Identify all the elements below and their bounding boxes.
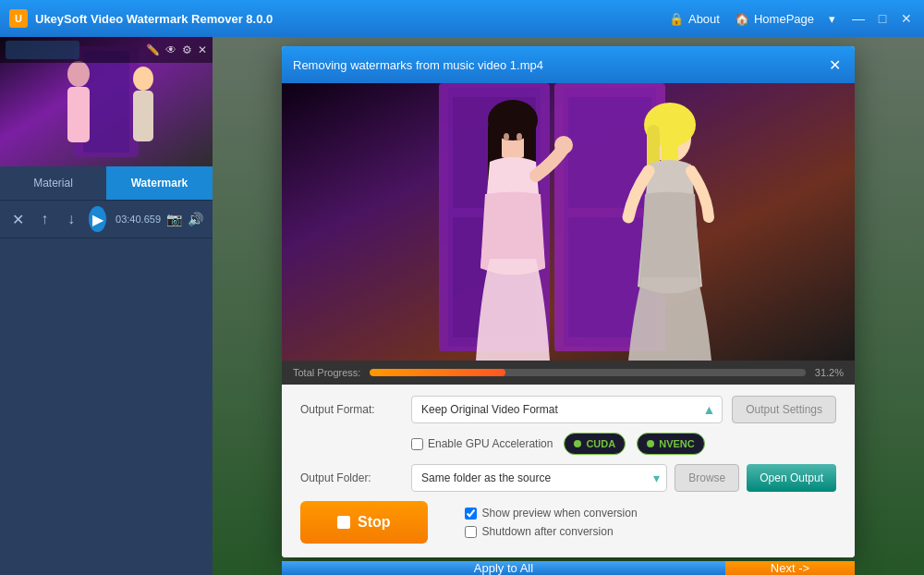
output-format-select[interactable]: Keep Original Video Format <box>411 396 723 423</box>
nvenc-dot <box>647 440 654 447</box>
about-nav-item[interactable]: 🔒 About <box>669 12 720 26</box>
nvenc-badge[interactable]: NVENC <box>637 433 705 455</box>
gpu-checkbox[interactable] <box>411 438 423 450</box>
sidebar-tabs: Material Watermark <box>0 166 213 201</box>
video-frame <box>282 83 855 361</box>
svg-point-22 <box>554 136 573 154</box>
thumbnail-title-bar <box>6 41 79 59</box>
close-button[interactable]: ✕ <box>898 10 915 27</box>
modal-header: Removing watermarks from music video 1.m… <box>282 46 855 83</box>
main-layout: ✏️ 👁 ⚙ ✕ Material Watermark ✕ ↑ ↓ ▶ 03:4… <box>0 37 924 575</box>
sidebar-tab-material[interactable]: Material <box>0 166 106 200</box>
cuda-dot <box>574 440 581 447</box>
title-nav: 🔒 About 🏠 HomePage ▾ <box>669 12 835 26</box>
show-preview-label[interactable]: Show preview when conversion <box>465 507 638 520</box>
app-title: UkeySoft Video Watermark Remover 8.0.0 <box>35 12 669 26</box>
thumbnail-action-icons: ✏️ 👁 ⚙ ✕ <box>146 43 207 56</box>
homepage-nav-item[interactable]: 🏠 HomePage <box>735 12 814 26</box>
output-folder-row: Output Folder: Same folder as the source… <box>300 464 836 492</box>
title-bar: U UkeySoft Video Watermark Remover 8.0.0… <box>0 0 924 37</box>
progress-bar-row: Total Progress: 31.2% <box>282 361 855 385</box>
cuda-badge[interactable]: CUDA <box>564 433 626 455</box>
next-button[interactable]: Next -> <box>725 561 855 575</box>
progress-fill <box>370 369 505 376</box>
controls-section: Output Format: Keep Original Video Forma… <box>282 385 855 557</box>
gpu-acceleration-row: Enable GPU Acceleration CUDA NVENC <box>300 433 836 455</box>
sidebar: ✏️ 👁 ⚙ ✕ Material Watermark ✕ ↑ ↓ ▶ 03:4… <box>0 37 213 575</box>
eye-icon[interactable]: 👁 <box>165 43 176 56</box>
output-folder-label: Output Folder: <box>300 471 411 484</box>
about-label: About <box>688 12 720 26</box>
gear-icon[interactable]: ⚙ <box>182 43 192 56</box>
bottom-action-bar: Apply to All Next -> <box>282 561 855 575</box>
thumbnail-close-icon[interactable]: ✕ <box>198 43 207 56</box>
svg-point-5 <box>133 67 153 91</box>
chevron-down-icon: ▾ <box>829 12 835 26</box>
progress-label: Total Progress: <box>293 367 360 378</box>
move-up-button[interactable]: ↑ <box>36 206 54 232</box>
sidebar-time-area: 03:40.659 📷 🔊 <box>116 212 203 226</box>
output-settings-button: Output Settings <box>732 396 836 423</box>
sidebar-tab-watermark[interactable]: Watermark <box>106 166 213 200</box>
move-down-button[interactable]: ↓ <box>63 206 80 232</box>
material-tab-label: Material <box>33 177 73 190</box>
stop-icon <box>337 516 350 529</box>
nvenc-label: NVENC <box>659 438 695 449</box>
progress-track <box>370 369 805 376</box>
open-output-button[interactable]: Open Output <box>747 464 836 492</box>
progress-percent: 31.2% <box>815 367 844 378</box>
browse-button: Browse <box>675 464 739 492</box>
modal-title: Removing watermarks from music video 1.m… <box>293 58 543 72</box>
stop-label: Stop <box>358 514 391 531</box>
home-icon: 🏠 <box>735 12 749 26</box>
modal-dialog: Removing watermarks from music video 1.m… <box>282 46 855 557</box>
window-controls: — □ ✕ <box>850 10 915 27</box>
stop-button-wrap: Stop <box>300 501 428 544</box>
apply-to-all-button[interactable]: Apply to All <box>282 561 725 575</box>
watermark-tab-label: Watermark <box>131 177 188 190</box>
output-folder-select[interactable]: Same folder as the source <box>411 464 667 492</box>
svg-point-20 <box>504 133 509 141</box>
sidebar-actions: ✕ ↑ ↓ ▶ 03:40.659 📷 🔊 <box>0 201 213 239</box>
svg-point-3 <box>67 61 90 87</box>
svg-point-21 <box>517 133 522 141</box>
app-logo: U <box>9 9 28 28</box>
output-format-select-wrap: Keep Original Video Format ▲ <box>411 396 723 423</box>
shutdown-after-checkbox[interactable] <box>465 526 477 538</box>
svg-rect-2 <box>83 51 129 153</box>
stop-button[interactable]: Stop <box>300 501 428 544</box>
sidebar-time-label: 03:40.659 <box>116 214 161 225</box>
thumbnail-overlay: ✏️ 👁 ⚙ ✕ <box>0 37 213 63</box>
svg-rect-6 <box>133 91 153 141</box>
lock-icon: 🔒 <box>669 12 684 26</box>
sidebar-thumbnail: ✏️ 👁 ⚙ ✕ <box>0 37 213 166</box>
play-button[interactable]: ▶ <box>89 206 106 232</box>
folder-row: Same folder as the source ▾ Browse Open … <box>411 464 836 492</box>
modal-close-button[interactable]: ✕ <box>825 55 844 74</box>
volume-icon[interactable]: 🔊 <box>188 212 203 226</box>
output-format-row: Output Format: Keep Original Video Forma… <box>300 396 836 423</box>
show-preview-text: Show preview when conversion <box>482 507 638 520</box>
output-folder-select-wrap: Same folder as the source ▾ <box>411 464 667 492</box>
shutdown-after-label[interactable]: Shutdown after conversion <box>465 525 638 538</box>
bottom-controls-row: Stop Show preview when conversion Shutdo… <box>300 501 836 547</box>
svg-rect-4 <box>67 87 90 142</box>
shutdown-after-text: Shutdown after conversion <box>482 525 614 538</box>
maximize-button[interactable]: □ <box>874 10 891 27</box>
modal-overlay: Removing watermarks from music video 1.m… <box>213 37 924 575</box>
homepage-label: HomePage <box>754 12 814 26</box>
delete-item-button[interactable]: ✕ <box>9 206 27 232</box>
video-container <box>282 83 855 361</box>
minimize-button[interactable]: — <box>850 10 867 27</box>
content-area: Removing watermarks from music video 1.m… <box>213 37 924 575</box>
output-format-label: Output Format: <box>300 403 411 416</box>
dropdown-nav-item[interactable]: ▾ <box>829 12 835 26</box>
gpu-checkbox-label[interactable]: Enable GPU Acceleration <box>411 437 553 450</box>
edit-icon[interactable]: ✏️ <box>146 43 160 56</box>
cuda-label: CUDA <box>586 438 615 449</box>
gpu-checkbox-text: Enable GPU Acceleration <box>428 437 553 450</box>
camera-icon[interactable]: 📷 <box>166 212 182 226</box>
show-preview-checkbox[interactable] <box>465 508 477 520</box>
right-options: Show preview when conversion Shutdown af… <box>465 507 638 538</box>
